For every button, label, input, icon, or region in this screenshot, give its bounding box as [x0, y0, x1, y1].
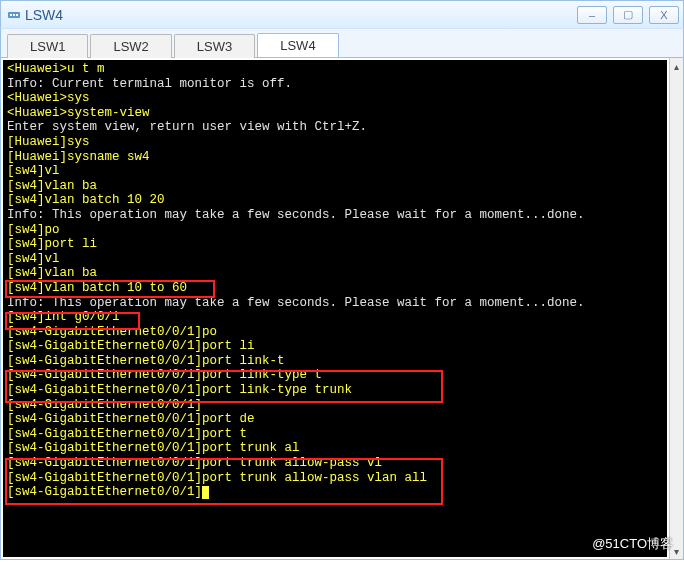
vertical-scrollbar[interactable]: ▴ ▾: [669, 58, 683, 559]
tab-lsw1[interactable]: LSW1: [7, 34, 88, 58]
terminal-line: [sw4-GigabitEthernet0/0/1]port trunk all…: [7, 471, 663, 486]
terminal-line: [Huawei]sysname sw4: [7, 150, 663, 165]
switch-icon: [7, 8, 21, 22]
terminal-line: <Huawei>sys: [7, 91, 663, 106]
terminal-line: [sw4-GigabitEthernet0/0/1]port t: [7, 427, 663, 442]
terminal-line: Info: Current terminal monitor is off.: [7, 77, 663, 92]
terminal-line: [sw4-GigabitEthernet0/0/1]port link-type…: [7, 383, 663, 398]
tab-strip: LSW1LSW2LSW3LSW4: [0, 28, 684, 58]
terminal-line: [sw4-GigabitEthernet0/0/1]port de: [7, 412, 663, 427]
tab-label: LSW2: [113, 39, 148, 54]
terminal-line: [sw4-GigabitEthernet0/0/1]port link-t: [7, 354, 663, 369]
terminal-container: <Huawei>u t mInfo: Current terminal moni…: [0, 58, 684, 560]
terminal-line: <Huawei>u t m: [7, 62, 663, 77]
terminal-line: [sw4]vlan batch 10 20: [7, 193, 663, 208]
window-controls: – ▢ X: [577, 6, 679, 24]
close-button[interactable]: X: [649, 6, 679, 24]
terminal-line: [sw4]vlan ba: [7, 179, 663, 194]
terminal-line: [sw4]vl: [7, 252, 663, 267]
window-titlebar: LSW4 – ▢ X: [0, 0, 684, 28]
terminal-line: [Huawei]sys: [7, 135, 663, 150]
svg-rect-3: [16, 14, 18, 16]
terminal-line: [sw4-GigabitEthernet0/0/1]po: [7, 325, 663, 340]
terminal-line: [sw4-GigabitEthernet0/0/1]port trunk all…: [7, 456, 663, 471]
terminal-line: [sw4]int g0/0/1: [7, 310, 663, 325]
maximize-icon: ▢: [623, 8, 633, 21]
tab-lsw3[interactable]: LSW3: [174, 34, 255, 58]
terminal-line: Enter system view, return user view with…: [7, 120, 663, 135]
tab-lsw2[interactable]: LSW2: [90, 34, 171, 58]
chevron-up-icon: ▴: [674, 61, 679, 72]
terminal-line: [sw4-GigabitEthernet0/0/1]port trunk al: [7, 441, 663, 456]
tab-lsw4[interactable]: LSW4: [257, 33, 338, 57]
maximize-button[interactable]: ▢: [613, 6, 643, 24]
svg-rect-2: [13, 14, 15, 16]
minimize-button[interactable]: –: [577, 6, 607, 24]
terminal-line: [sw4-GigabitEthernet0/0/1]port li: [7, 339, 663, 354]
terminal-line: [sw4]vlan batch 10 to 60: [7, 281, 663, 296]
terminal-line: [sw4]po: [7, 223, 663, 238]
scroll-down-button[interactable]: ▾: [670, 543, 683, 559]
terminal-line: [sw4]vlan ba: [7, 266, 663, 281]
terminal-line: [sw4-GigabitEthernet0/0/1]port link-type…: [7, 368, 663, 383]
terminal-line: [sw4]port li: [7, 237, 663, 252]
terminal-cursor: [202, 486, 209, 499]
chevron-down-icon: ▾: [674, 546, 679, 557]
terminal-line: [sw4]vl: [7, 164, 663, 179]
window-title: LSW4: [25, 7, 577, 23]
minimize-icon: –: [589, 9, 595, 21]
tab-label: LSW1: [30, 39, 65, 54]
tab-label: LSW3: [197, 39, 232, 54]
terminal-output[interactable]: <Huawei>u t mInfo: Current terminal moni…: [3, 60, 667, 557]
close-icon: X: [660, 9, 667, 21]
terminal-line: [sw4-GigabitEthernet0/0/1]: [7, 485, 663, 500]
terminal-line: Info: This operation may take a few seco…: [7, 296, 663, 311]
svg-rect-1: [10, 14, 12, 16]
scroll-up-button[interactable]: ▴: [670, 58, 683, 74]
terminal-line: <Huawei>system-view: [7, 106, 663, 121]
terminal-line: [sw4-GigabitEthernet0/0/1]: [7, 398, 663, 413]
tab-label: LSW4: [280, 38, 315, 53]
terminal-line: Info: This operation may take a few seco…: [7, 208, 663, 223]
